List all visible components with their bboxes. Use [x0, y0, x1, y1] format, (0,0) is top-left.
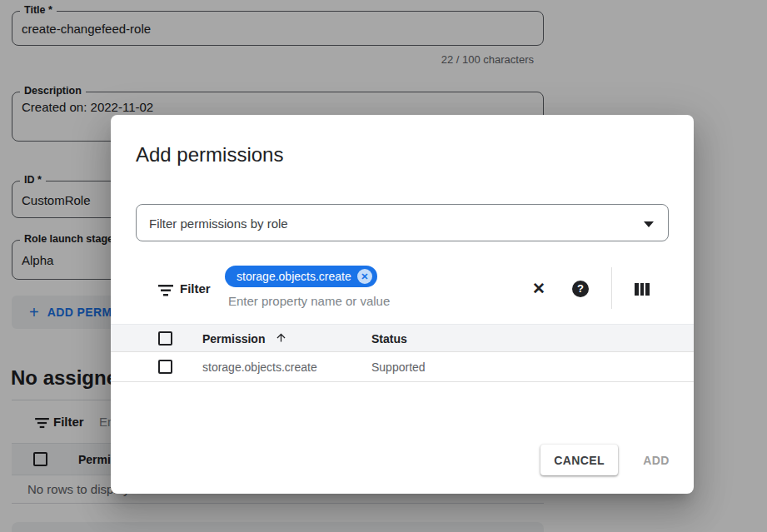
cancel-button[interactable]: CANCEL: [540, 445, 618, 475]
row-permission-cell: storage.objects.create: [202, 360, 317, 374]
row-checkbox[interactable]: [158, 360, 172, 374]
chip-remove-icon[interactable]: ✕: [357, 269, 372, 284]
filter-chip-storage-objects-create[interactable]: storage.objects.create ✕: [225, 266, 377, 287]
role-filter-placeholder: Filter permissions by role: [149, 216, 288, 230]
dialog-title: Add permissions: [136, 143, 283, 167]
filter-icon: [158, 285, 173, 300]
permission-table-row[interactable]: storage.objects.create Supported: [111, 352, 694, 382]
add-button[interactable]: ADD: [627, 445, 685, 475]
status-column-header[interactable]: Status: [371, 332, 407, 346]
dialog-filter-label: Filter: [180, 281, 211, 296]
filter-chip-text: storage.objects.create: [237, 270, 351, 283]
select-all-checkbox[interactable]: [158, 331, 172, 346]
column-display-options-icon[interactable]: [635, 283, 650, 296]
clear-filter-icon[interactable]: ✕: [529, 279, 549, 299]
dropdown-caret-icon: [644, 221, 654, 227]
sort-ascending-icon: [275, 331, 287, 347]
screen: Title * create-changefeed-role 22 / 100 …: [0, 0, 767, 532]
dialog-filter-input[interactable]: [228, 291, 503, 310]
dialog-table-header: Permission Status: [111, 324, 694, 352]
row-status-cell: Supported: [371, 360, 426, 374]
filter-permissions-by-role-dropdown[interactable]: Filter permissions by role: [136, 204, 669, 241]
add-permissions-dialog: Add permissions Filter permissions by ro…: [111, 115, 694, 494]
help-icon[interactable]: ?: [572, 281, 589, 297]
permission-column-header[interactable]: Permission: [202, 332, 265, 346]
toolbar-divider: [611, 267, 612, 309]
